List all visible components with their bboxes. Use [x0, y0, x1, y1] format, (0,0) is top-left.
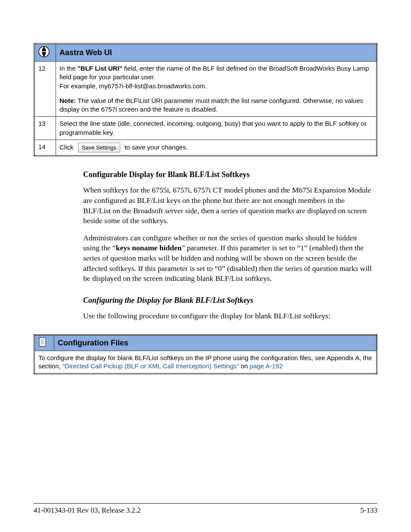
globe-icon — [38, 46, 50, 57]
table-row: 12 In the "BLF List URI" field, enter th… — [34, 62, 377, 117]
aastra-web-ui-table: Aastra Web UI 12 In the "BLF List URI" f… — [34, 43, 377, 156]
step-content: Click Save Settings to save your changes… — [56, 140, 377, 156]
paragraph: Administrators can configure whether or … — [83, 233, 373, 284]
step-num: 14 — [34, 140, 56, 156]
page-footer: 41-001343-01 Rev 03, Release 3.2.2 5-133 — [34, 503, 377, 515]
configuration-files-table: Configuration Files To configure the dis… — [34, 334, 377, 374]
step-num: 12 — [34, 62, 56, 117]
step-content: Select the line state (idle, connected, … — [56, 117, 377, 140]
subsection-heading: Configuring the Display for Blank BLF/Li… — [83, 296, 373, 305]
cfg-body: To configure the display for blank BLF/L… — [34, 351, 377, 373]
page-ref-link[interactable]: page A-192 — [250, 362, 283, 370]
table-row: 14 Click Save Settings to save your chan… — [34, 140, 377, 156]
table-row: To configure the display for blank BLF/L… — [34, 351, 377, 373]
header-icon-cell — [34, 44, 56, 62]
header-icon-cell — [34, 335, 54, 351]
table-row: 13 Select the line state (idle, connecte… — [34, 117, 377, 140]
footer-left: 41-001343-01 Rev 03, Release 3.2.2 — [34, 506, 141, 515]
step-content: In the "BLF List URI" field, enter the n… — [56, 62, 377, 117]
cross-ref-link[interactable]: “Directed Call Pickup (BLF or XML Call I… — [62, 362, 239, 370]
section-heading: Configurable Display for Blank BLF/List … — [83, 170, 373, 179]
svg-rect-1 — [39, 338, 46, 346]
footer-right: 5-133 — [360, 506, 377, 515]
paragraph: When softkeys for the 6755i, 6757i, 6757… — [83, 185, 373, 226]
save-settings-button[interactable]: Save Settings — [78, 143, 120, 153]
document-icon — [38, 337, 47, 347]
table-title: Aastra Web UI — [56, 44, 377, 62]
table-title: Configuration Files — [54, 335, 377, 351]
step-num: 13 — [34, 117, 56, 140]
paragraph: Use the following procedure to configure… — [83, 311, 373, 321]
